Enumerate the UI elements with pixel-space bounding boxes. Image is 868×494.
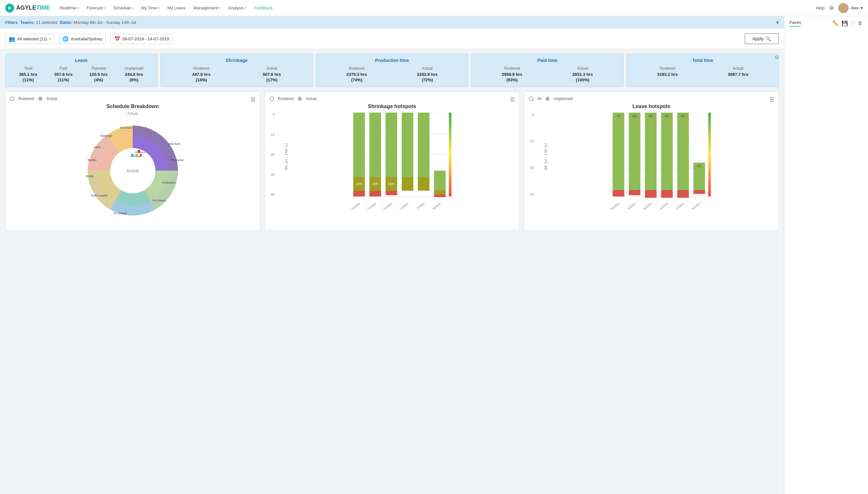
leave-unplanned-label: Unplanned (554, 96, 573, 101)
svg-text:7%: 7% (616, 115, 621, 118)
leave-card: Leave Total 365.1 hrs(11%) Paid 357.6 hr… (5, 54, 157, 87)
leave-hotspots-title: Leave hotspots (529, 103, 774, 109)
teams-selector[interactable]: 👥 All selected (11) ▾ (5, 34, 54, 44)
stats-settings-icon[interactable]: ⚙ (774, 54, 779, 60)
date-range-selector[interactable]: 📅 08-07-2019 - 14-07-2019 (110, 34, 173, 44)
stats-row: Leave Total 365.1 hrs(11%) Paid 357.6 hr… (0, 49, 784, 87)
edit-icon[interactable]: ✏️ (832, 20, 839, 26)
svg-text:Monday: Monday (609, 202, 620, 209)
svg-rect-29 (354, 191, 365, 196)
svg-rect-41 (418, 113, 430, 177)
nav-analysis[interactable]: Analysis ▾ (225, 3, 250, 12)
schedule-menu-icon[interactable]: ☰ (251, 96, 255, 102)
filter-toggle[interactable]: ▾ (776, 19, 779, 25)
productive-card: Productive time Rostered 2370.3 hrs(74%)… (316, 54, 468, 87)
shrinkage-actual: Actual 507.6 hrs(17%) (263, 66, 281, 83)
nav-schedule[interactable]: Schedule ▾ (110, 3, 137, 12)
shrinkage-rostered: Rostered 447.9 hrs(14%) (192, 66, 210, 83)
svg-point-0 (841, 4, 846, 9)
shrinkage-menu-icon[interactable]: ☰ (510, 96, 514, 102)
settings-icon[interactable]: ⚙ (829, 5, 834, 11)
svg-text:Merchant: Merchant (120, 126, 132, 129)
svg-rect-63 (645, 113, 657, 190)
nav-management[interactable]: Management ▾ (190, 3, 224, 12)
svg-text:4%: 4% (697, 165, 702, 168)
svg-point-1 (839, 10, 847, 13)
svg-rect-27 (354, 113, 365, 177)
shrinkage-actual-dot (297, 96, 302, 101)
avatar (838, 3, 849, 13)
leave-total: Total 365.1 hrs(11%) (19, 66, 37, 83)
leave-y-0: 0 (529, 113, 534, 116)
teams-icon: 👥 (9, 36, 15, 42)
svg-rect-42 (418, 177, 430, 191)
leave-hotspots-legend: All Unplanned (529, 96, 774, 101)
svg-text:Wednesday: Wednesday (378, 202, 393, 209)
svg-text:Shrinkage: Shrinkage (130, 155, 141, 158)
svg-rect-73 (693, 190, 705, 194)
brand-logo[interactable]: ▶ AGYLETIME (5, 3, 50, 13)
total-card: Total time Rostered 3183.2 hrs Actual 30… (627, 54, 779, 87)
controls-row: 👥 All selected (11) ▾ 🌐 Australia/Sydney… (0, 29, 784, 49)
charts-row: Rostered Actual Schedule Breakdown ☰ Act… (0, 87, 784, 235)
leave-cols: Total 365.1 hrs(11%) Paid 357.6 hrs(11%)… (11, 66, 152, 83)
donut-actual-label: Actual (10, 111, 255, 116)
brand-name: AGYLETIME (16, 4, 50, 11)
apply-button[interactable]: Apply 🔍 (745, 33, 779, 44)
leave-y-30: 30 (529, 193, 534, 196)
calendar-icon: 📅 (114, 36, 121, 42)
svg-text:Monday: Monday (349, 202, 361, 209)
svg-text:Breaks: Breaks (88, 158, 97, 162)
nav-realtime[interactable]: Realtime ▾ (56, 3, 82, 12)
svg-text:Break: Break (86, 174, 94, 178)
svg-text:Friday: Friday (675, 202, 685, 209)
shrinkage-y-30: 30 (269, 173, 275, 176)
svg-text:9%: 9% (665, 115, 669, 118)
schedule-donut-chart: Actual T Merchant Off-Queue Productive O… (10, 119, 255, 222)
leave-unplanned-dot (545, 96, 550, 101)
shrinkage-hotspots-title: Shrinkage hotspots (269, 103, 514, 109)
svg-rect-39 (402, 113, 414, 177)
shrinkage-date-range: 8th Jul – 14th Jul (284, 143, 288, 170)
svg-rect-33 (369, 191, 381, 196)
shrinkage-y-10: 10 (269, 133, 275, 136)
nav-mytime[interactable]: My Time ▾ (138, 3, 163, 12)
paid-card: Paid time Rostered 2950.9 hrs(93%) Actua… (471, 54, 623, 87)
faves-title: Faves (790, 20, 801, 27)
svg-rect-69 (677, 113, 689, 190)
leave-paid: Paid 357.6 hrs(11%) (54, 66, 72, 83)
productive-title: Productive time (321, 58, 463, 63)
filter-bar: Filters Teams: 11 selected Dates: Monday… (0, 16, 784, 29)
leave-y-10: 10 (529, 139, 534, 143)
shrinkage-cols: Rostered 447.9 hrs(14%) Actual 507.6 hrs… (166, 66, 307, 83)
user-dropdown-arrow: ▾ (861, 5, 863, 10)
timezone-icon: 🌐 (62, 36, 69, 42)
help-link[interactable]: Help (816, 5, 825, 10)
save-icon[interactable]: 💾 (842, 20, 848, 26)
delete-icon[interactable]: 🗑 (858, 20, 863, 26)
svg-text:Saturday: Saturday (429, 202, 441, 209)
heart-icon[interactable]: ♡ (851, 20, 855, 26)
nav-forecast[interactable]: Forecast ▾ (83, 3, 109, 12)
svg-rect-44 (434, 190, 446, 194)
user-menu[interactable]: Alex ▾ (838, 3, 863, 13)
svg-text:Merchant: Merchant (168, 142, 181, 146)
actual-dot (38, 96, 43, 101)
brand-icon: ▶ (5, 3, 14, 13)
svg-text:Actual: Actual (126, 168, 139, 173)
nav-myleave[interactable]: My Leave (164, 3, 189, 12)
leave-all-label: All (537, 96, 541, 101)
leave-menu-icon[interactable]: ☰ (770, 96, 774, 102)
productive-rostered: Rostered 2370.3 hrs(74%) (346, 66, 367, 83)
svg-rect-66 (661, 113, 673, 190)
svg-text:16%: 16% (372, 182, 378, 186)
leave-date-range: 8th Jul – 14th Jul (544, 143, 547, 170)
nav-feedback[interactable]: Feedback (251, 3, 276, 12)
leave-planned: Planned 120.5 hrs(4%) (89, 66, 108, 83)
timezone-selector[interactable]: 🌐 Australia/Sydney (59, 34, 106, 44)
svg-rect-31 (369, 113, 381, 177)
shrinkage-rostered-dot (269, 96, 274, 101)
paid-actual: Actual 2831.3 hrs(100%) (573, 66, 593, 83)
search-icon: 🔍 (765, 36, 771, 41)
rostered-label: Rostered (18, 96, 34, 101)
